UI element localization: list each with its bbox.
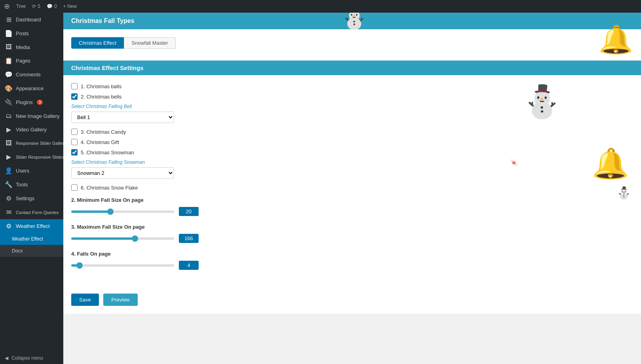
checkbox-snowflake[interactable]	[71, 184, 78, 191]
settings-title: Christmas Effect Settings	[71, 64, 144, 71]
min-fall-track	[71, 210, 174, 213]
sidebar-item-appearance[interactable]: 🎨 Appearance	[0, 82, 63, 95]
checkbox-item-candy: 3. Christmas Candy	[71, 129, 633, 135]
falls-on-value: 4	[179, 261, 199, 270]
pages-icon: 📋	[5, 57, 13, 64]
max-fall-fill	[71, 237, 135, 240]
sidebar-item-label: Comments	[16, 72, 41, 78]
min-fall-section: 2. Minimum Fall Size On page 20	[71, 197, 633, 216]
max-fall-thumb[interactable]	[132, 235, 138, 242]
checkbox-candy[interactable]	[71, 129, 78, 135]
tab-christmas-effect[interactable]: Christmas Effect	[71, 37, 124, 49]
checkbox-balls[interactable]	[71, 83, 78, 89]
sidebar-submenu-docs[interactable]: Docs	[0, 245, 63, 257]
checkbox-snowman[interactable]	[71, 149, 78, 155]
users-icon: 👤	[5, 167, 13, 174]
sidebar-item-media[interactable]: 🖼 Media	[0, 40, 63, 54]
weather-effect-submenu: Weather Effect Docs	[0, 233, 63, 257]
min-fall-row: 20	[71, 207, 633, 216]
snowman-dropdown-label: Select Christmas Falling Snowman	[71, 159, 633, 165]
max-fall-value: 166	[179, 234, 199, 243]
sidebar-item-plugins[interactable]: 🔌 Plugins 3	[0, 95, 63, 109]
main-content: ⛄ Christmas Fall Types Christmas Effect …	[63, 13, 641, 364]
tab-area: Christmas Effect Snowfall Master 🔔	[63, 29, 641, 53]
sidebar-item-users[interactable]: 👤 Users	[0, 164, 63, 178]
dashboard-icon: ⊞	[5, 16, 13, 23]
sidebar-item-label: Appearance	[16, 85, 44, 91]
submenu-weather-label: Weather Effect	[12, 236, 43, 242]
checkbox-snowman-label: 5. Christmas Snowman	[81, 150, 134, 155]
falls-on-row: 4	[71, 261, 633, 270]
new-button[interactable]: + New	[63, 4, 77, 9]
sidebar-item-responsive-slider[interactable]: 🖼 Responsive Slider Gallery	[0, 136, 63, 150]
sidebar-item-label: Media	[16, 44, 30, 50]
sidebar-item-comments[interactable]: 💬 Comments	[0, 68, 63, 82]
max-fall-row: 166	[71, 234, 633, 243]
checkbox-gift-label: 4. Christmas Gift	[81, 139, 119, 145]
collapse-icon: ◀	[5, 355, 8, 361]
max-fall-section: 3. Maximum Fall Size On page 166	[71, 224, 633, 243]
bell-dropdown-label: Select Christmas Falling Bell	[71, 104, 633, 109]
falls-on-section: 4. Falls On page 4	[71, 251, 633, 270]
appearance-icon: 🎨	[5, 85, 13, 92]
min-fall-value: 20	[179, 207, 199, 216]
sidebar-item-settings[interactable]: ⚙ Settings	[0, 191, 63, 205]
new-image-gallery-icon: 🗂	[5, 112, 13, 119]
sidebar-item-tools[interactable]: 🔧 Tools	[0, 178, 63, 191]
min-fall-thumb[interactable]	[107, 209, 114, 215]
sidebar-item-slider-responsive[interactable]: ▶ Slider Responsive Slideshow	[0, 150, 63, 164]
checkbox-balls-label: 1. Christmas balls	[81, 83, 121, 89]
bell-select[interactable]: Bell 1 Bell 2 Bell 3	[71, 112, 174, 123]
sidebar-item-weather-effect[interactable]: ⚙ Weather Effect	[0, 219, 63, 233]
posts-icon: 📄	[5, 30, 13, 37]
sidebar-item-label: Weather Effect	[16, 223, 50, 229]
tab-snowfall-master[interactable]: Snowfall Master	[124, 37, 175, 49]
checkbox-gift[interactable]	[71, 139, 78, 145]
admin-bar: ⊕ Tree ⟳ 5 💬 0 + New	[0, 0, 641, 13]
sidebar-item-label: New Image Gallery	[16, 113, 60, 119]
sidebar-item-dashboard[interactable]: ⊞ Dashboard	[0, 13, 63, 27]
sidebar-item-label: Dashboard	[16, 17, 41, 23]
checkbox-bells-label: 2. Christmas bells	[81, 94, 121, 100]
checkbox-bells[interactable]	[71, 93, 78, 100]
min-fall-fill	[71, 210, 110, 213]
collapse-menu[interactable]: ◀ Collapse menu	[0, 352, 63, 364]
slider-icon: ▶	[5, 153, 13, 161]
save-button[interactable]: Save	[71, 294, 99, 306]
collapse-label: Collapse menu	[11, 355, 43, 361]
sidebar-submenu-weather-effect[interactable]: Weather Effect	[0, 233, 63, 245]
sidebar-item-label: Posts	[16, 30, 29, 36]
checkbox-item-gift: 4. Christmas Gift	[71, 139, 633, 145]
site-name[interactable]: Tree	[16, 4, 26, 9]
button-row: Save Preview	[63, 290, 641, 314]
wp-logo-icon: ⊕	[4, 2, 10, 11]
plugins-badge: 3	[37, 100, 43, 105]
sidebar-item-label: Settings	[16, 195, 34, 201]
main-title-bar: Christmas Fall Types	[63, 13, 641, 29]
sidebar-item-contact-form[interactable]: ✉ Contact Form Queries	[0, 205, 63, 219]
sidebar-item-label: Plugins	[16, 99, 33, 105]
sidebar-item-label: Pages	[16, 58, 30, 64]
contact-form-icon: ✉	[5, 209, 13, 216]
snowman-select[interactable]: Snowman 1 Snowman 2 Snowman 3	[71, 167, 174, 179]
sidebar: ⊞ Dashboard 📄 Posts 🖼 Media 📋 Pages 💬 Co…	[0, 13, 63, 364]
comments-count[interactable]: 💬 0	[47, 4, 57, 9]
preview-button[interactable]: Preview	[103, 294, 137, 306]
checkbox-snowflake-label: 6. Christmas Snow Flake	[81, 185, 138, 191]
falls-on-track	[71, 264, 174, 267]
checkbox-candy-label: 3. Christmas Candy	[81, 129, 126, 135]
responsive-slider-icon: 🖼	[5, 140, 13, 147]
main-title: Christmas Fall Types	[71, 17, 135, 25]
media-icon: 🖼	[5, 44, 13, 51]
min-fall-label: 2. Minimum Fall Size On page	[71, 197, 633, 203]
sidebar-item-label: Video Gallery	[16, 127, 47, 133]
checkbox-item-bells: 2. Christmas bells	[71, 93, 633, 100]
sidebar-item-video-gallery[interactable]: ▶ Video Gallery	[0, 123, 63, 136]
updates-count[interactable]: ⟳ 5	[32, 4, 40, 9]
sidebar-item-label: Tools	[16, 182, 28, 188]
sidebar-item-pages[interactable]: 📋 Pages	[0, 54, 63, 68]
sidebar-item-posts[interactable]: 📄 Posts	[0, 27, 63, 40]
sidebar-item-new-image-gallery[interactable]: 🗂 New Image Gallery	[0, 109, 63, 123]
weather-effect-icon: ⚙	[5, 222, 13, 230]
falls-on-thumb[interactable]	[76, 262, 83, 269]
